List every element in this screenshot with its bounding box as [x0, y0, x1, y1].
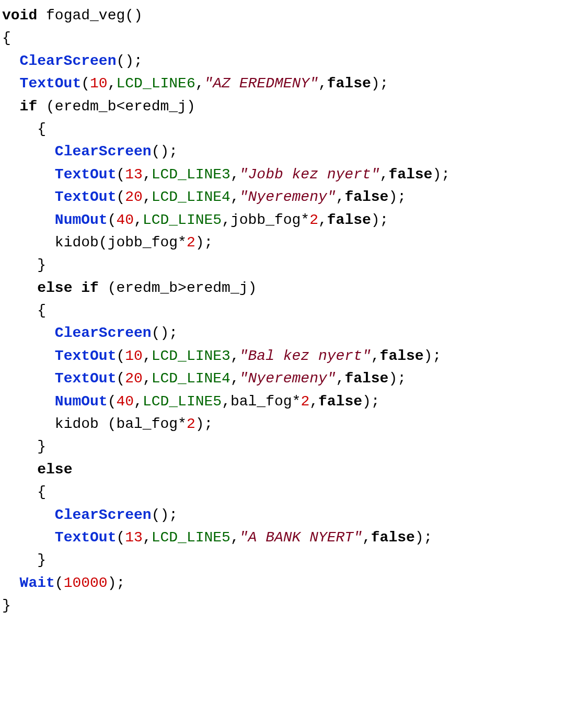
code-token	[2, 166, 55, 183]
code-line: }	[2, 552, 46, 568]
code-token: ClearScreen	[20, 53, 117, 69]
code-token: ,	[371, 348, 380, 364]
code-token: (	[55, 575, 64, 591]
code-line: {	[2, 30, 11, 46]
code-token: ,	[134, 212, 143, 228]
code-token	[2, 53, 20, 69]
code-token: 20	[125, 189, 143, 205]
code-token	[2, 529, 55, 546]
code-token: LCD_LINE5	[143, 212, 222, 228]
code-token: TextOut	[55, 529, 117, 546]
code-token: ,	[230, 348, 239, 364]
code-line: TextOut(10,LCD_LINE6,"AZ EREDMENY",false…	[2, 75, 388, 92]
code-token: {	[2, 121, 46, 137]
code-token: jobb_fog	[108, 234, 178, 251]
code-token: eredm_j	[125, 98, 187, 115]
code-token: ClearScreen	[55, 507, 152, 523]
code-token: NumOut	[55, 393, 108, 410]
code-token: ,	[230, 370, 239, 387]
code-line: {	[2, 302, 46, 319]
code-token: false	[344, 370, 388, 387]
code-line: }	[2, 597, 11, 614]
code-token	[2, 98, 20, 115]
code-token: );	[371, 75, 389, 92]
code-token: }	[2, 597, 11, 614]
code-token	[2, 280, 37, 296]
code-token: *	[178, 416, 187, 432]
code-token: )	[248, 280, 257, 296]
code-token: kidob	[55, 234, 99, 251]
code-token: 10	[125, 348, 143, 364]
code-line: {	[2, 484, 46, 500]
code-token: ,	[222, 393, 230, 410]
code-line: Wait(10000);	[2, 575, 125, 591]
code-token: "Nyeremeny"	[239, 189, 336, 205]
code-token	[2, 370, 55, 387]
code-token: }	[2, 257, 46, 273]
code-token: ();	[152, 507, 178, 523]
code-token: (	[116, 348, 125, 364]
code-token: LCD_LINE3	[152, 166, 230, 183]
code-token: 2	[309, 212, 318, 228]
code-token: *	[292, 393, 301, 410]
code-line: ClearScreen();	[2, 143, 178, 160]
code-line: if (eredm_b<eredm_j)	[2, 98, 195, 115]
code-token	[2, 461, 37, 478]
code-token: LCD_LINE6	[116, 75, 195, 92]
code-line: else if (eredm_b>eredm_j)	[2, 280, 257, 296]
code-line: NumOut(40,LCD_LINE5,bal_fog*2,false);	[2, 393, 380, 410]
code-token	[2, 348, 55, 364]
code-token: (	[116, 166, 125, 183]
code-token: TextOut	[55, 189, 117, 205]
code-token	[2, 507, 55, 523]
code-token: );	[432, 166, 450, 183]
code-token: (	[37, 98, 55, 115]
code-line: ClearScreen();	[2, 507, 178, 523]
code-token: (	[116, 370, 125, 387]
code-token: );	[362, 393, 380, 410]
code-token: ,	[143, 370, 152, 387]
code-token: NumOut	[55, 212, 108, 228]
code-token	[72, 280, 81, 296]
code-token: 2	[187, 234, 195, 251]
code-line: {	[2, 121, 46, 137]
code-token: ,	[108, 75, 117, 92]
code-line: }	[2, 438, 46, 455]
code-token: ,	[143, 189, 152, 205]
code-token: );	[195, 234, 213, 251]
code-token: eredm_b	[55, 98, 117, 115]
code-token: jobb_fog	[230, 212, 301, 228]
code-token	[2, 393, 55, 410]
code-line: }	[2, 257, 46, 273]
code-token: (	[99, 280, 117, 296]
code-token: fogad_veg	[46, 7, 125, 24]
code-token: else	[37, 461, 72, 478]
code-token: ClearScreen	[55, 325, 152, 341]
code-token: TextOut	[55, 166, 117, 183]
code-token: 13	[125, 529, 143, 546]
code-token	[2, 143, 55, 160]
code-token	[2, 575, 20, 591]
code-token: bal_fog	[230, 393, 292, 410]
code-line: kidob(jobb_fog*2);	[2, 234, 213, 251]
code-token: eredm_j	[187, 280, 248, 296]
code-token: "Bal kez nyert"	[239, 348, 371, 364]
code-token: );	[371, 212, 389, 228]
code-token: TextOut	[20, 75, 82, 92]
code-token: TextOut	[55, 370, 117, 387]
code-line: ClearScreen();	[2, 53, 143, 69]
code-token: ,	[195, 75, 204, 92]
code-token: *	[301, 212, 309, 228]
code-token: 10000	[64, 575, 108, 591]
code-token: LCD_LINE4	[152, 189, 230, 205]
code-token: ();	[116, 53, 142, 69]
code-token: 13	[125, 166, 143, 183]
code-token: (	[116, 189, 125, 205]
code-token: ,	[134, 393, 143, 410]
code-token: false	[327, 75, 371, 92]
code-token	[2, 234, 55, 251]
code-token: )	[187, 98, 195, 115]
code-token: bal_fog	[116, 416, 178, 432]
code-line: kidob (bal_fog*2);	[2, 416, 213, 432]
code-token: ,	[362, 529, 371, 546]
